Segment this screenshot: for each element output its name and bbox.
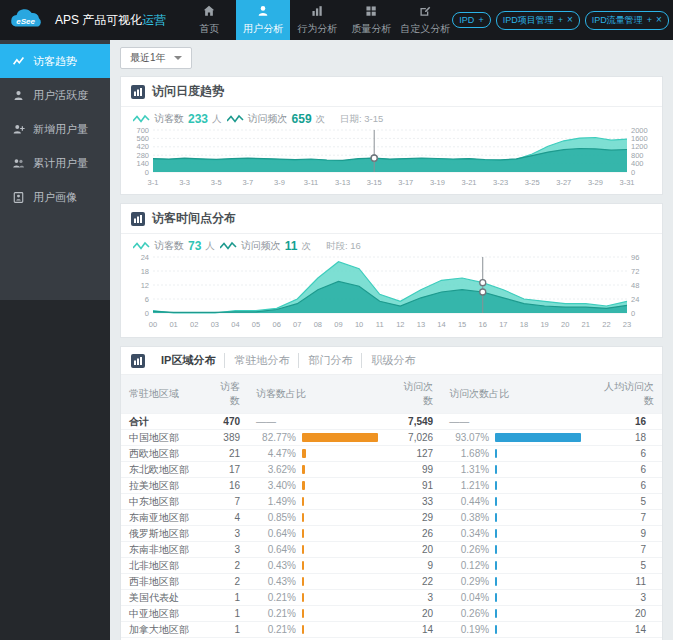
table-row[interactable]: 东南非地区部30.64%200.26%7 [121,542,662,558]
cell-region: 东南非地区部 [121,542,203,558]
svg-text:03: 03 [211,320,219,329]
cell-visits: 20 [386,542,441,558]
user-activity-icon [12,89,25,102]
col-header-region: 常驻地区域 [121,375,203,414]
hourly-distribution-chart[interactable]: 0612182402448729600010203040506070809101… [123,253,660,335]
nav-tab-behavior-analysis[interactable]: 行为分析 [290,0,344,40]
zigzag-line-icon [227,114,244,124]
cell-visits: 26 [386,526,441,542]
legend-visitors[interactable]: 访客数 233 人 [133,112,222,126]
table-row[interactable]: 东北欧地区部173.62%991.31%6 [121,462,662,478]
cell-visitors: 21 [203,446,248,462]
legend-frequency[interactable]: 访问频次 659 次 [227,112,326,126]
cell-region: 中亚地区部 [121,606,203,622]
legend-frequency[interactable]: 访问频次 11 次 [220,239,311,253]
nav-tab-user-analysis[interactable]: 用户分析 [236,0,290,40]
cell-visits-pct: 1.31% [441,462,589,478]
cell-avg: 20 [589,606,662,622]
pct-value: 0.34% [449,527,489,540]
table-row[interactable]: 西非地区部20.43%220.29%11 [121,574,662,590]
project-pill-ipd[interactable]: IPD+ [452,12,490,28]
pill-close-icon[interactable]: × [656,15,662,25]
cell-visits: 14 [386,622,441,638]
tab-department[interactable]: 部门分布 [298,353,361,368]
orange-bar [302,433,378,442]
table-row[interactable]: 中亚地区部10.21%200.26%20 [121,606,662,622]
svg-text:72: 72 [631,267,639,276]
svg-text:12: 12 [141,281,149,290]
svg-text:07: 07 [293,320,301,329]
svg-text:0: 0 [145,168,149,177]
sidebar-item-user-profile[interactable]: 用户画像 [0,180,110,214]
cell-visitors-pct: 1.49% [248,494,386,510]
pct-value: 3.62% [256,463,296,476]
cell-visits-pct: 0.29% [441,574,589,590]
svg-text:05: 05 [252,320,260,329]
svg-text:13: 13 [417,320,425,329]
sidebar-item-user-activity[interactable]: 用户活跃度 [0,78,110,112]
pill-label: IPD [459,15,474,25]
table-header-row: 常驻地区域 访客数 访客数占比 访问次数 访问次数占比 人均访问次数 [121,375,662,414]
tab-residence[interactable]: 常驻地分布 [224,353,298,368]
nav-tab-home[interactable]: 首页 [182,0,236,40]
svg-text:3-1: 3-1 [148,178,159,187]
project-pill-ipd-traffic[interactable]: IPD流量管理+× [585,11,669,30]
svg-text:21: 21 [582,320,590,329]
table-row[interactable]: 拉美地区部163.40%911.21%6 [121,478,662,494]
cell-visitors: 3 [203,542,248,558]
blue-bar [495,513,497,522]
svg-text:0: 0 [145,309,149,318]
date-range-select[interactable]: 最近1年 [120,47,192,69]
project-pill-ipd-project[interactable]: IPD项目管理+× [496,11,580,30]
cell-avg: 6 [589,462,662,478]
cell-visits: 22 [386,574,441,590]
sidebar-item-visitor-trend[interactable]: 访客趋势 [0,44,110,78]
svg-text:23: 23 [623,320,631,329]
daily-trend-chart[interactable]: 014028042056070004008001200160020003-13-… [123,126,660,192]
svg-text:24: 24 [141,253,149,262]
blue-bar [495,609,497,618]
orange-bar [302,545,304,554]
cell-visits: 9 [386,558,441,574]
cell-visits: 127 [386,446,441,462]
table-row[interactable]: 中国地区部38982.77%7,02693.07%18 [121,430,662,446]
sidebar-item-new-users[interactable]: 新增用户量 [0,112,110,146]
table-row[interactable]: 中东地区部71.49%330.44%5 [121,494,662,510]
pill-add-icon[interactable]: + [478,15,483,25]
card-title: 访问日度趋势 [152,83,224,100]
cell-region: 北非地区部 [121,558,203,574]
legend-visitors[interactable]: 访客数 73 人 [133,239,215,253]
pill-add-icon[interactable]: + [647,15,652,25]
table-row[interactable]: 东南亚地区部40.85%290.38%7 [121,510,662,526]
section-icon [131,354,145,368]
blue-bar [495,497,497,506]
region-table-body: 合计 470 —— 7,549 —— 16 中国地区部38982.77%7,02… [121,414,662,640]
orange-bar [302,561,304,570]
nav-tab-quality-analysis[interactable]: 质量分析 [344,0,398,40]
svg-text:3-13: 3-13 [335,178,350,187]
sidebar-item-total-users[interactable]: 累计用户量 [0,146,110,180]
cell-avg: 7 [589,510,662,526]
table-row[interactable]: 加拿大地区部10.21%140.19%14 [121,622,662,638]
tab-job-level[interactable]: 职级分布 [361,353,424,368]
col-header-visits: 访问次数 [386,375,441,414]
pct-value: 0.44% [449,495,489,508]
cell-region: 美国代表处 [121,590,203,606]
table-row[interactable]: 美国代表处10.21%30.04%3 [121,590,662,606]
nav-tab-label: 质量分析 [351,22,391,36]
nav-tab-custom-analysis[interactable]: 自定义分析 [398,0,452,40]
col-header-visitors: 访客数 [203,375,248,414]
pill-add-icon[interactable]: + [558,15,563,25]
logo-cloud-icon[interactable]: eSee [6,6,50,34]
sidebar-item-label: 用户活跃度 [33,88,88,103]
nav-tab-label: 用户分析 [243,22,283,36]
sidebar-item-label: 访客趋势 [33,54,77,69]
pct-value: 0.21% [256,607,296,620]
cell-visits: 29 [386,510,441,526]
svg-text:3-5: 3-5 [211,178,222,187]
pill-close-icon[interactable]: × [567,15,573,25]
table-row[interactable]: 西欧地区部214.47%1271.68%6 [121,446,662,462]
table-row[interactable]: 北非地区部20.43%90.12%5 [121,558,662,574]
table-row[interactable]: 俄罗斯地区部30.64%260.34%9 [121,526,662,542]
tab-ip-region[interactable]: IP区域分布 [152,353,224,368]
